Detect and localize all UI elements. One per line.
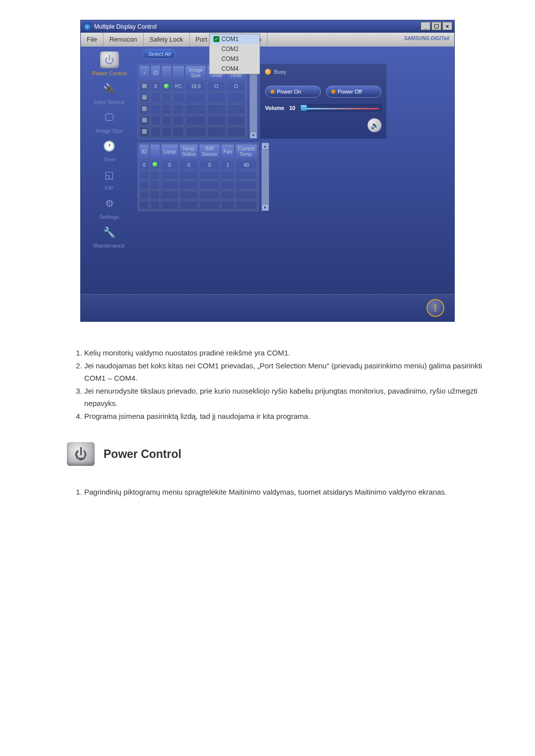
checkbox[interactable] [142, 117, 147, 123]
col-id: ID [151, 65, 160, 80]
port-item-com3[interactable]: COM3 [210, 54, 260, 64]
table-row[interactable] [139, 115, 245, 126]
cell-input: PC [172, 81, 184, 92]
col-temp-status: Temp. Status [179, 144, 198, 159]
time-icon: 🕐 [100, 138, 119, 154]
table-row[interactable] [139, 181, 257, 190]
menubar: File Remocon Safety Lock Port Selection … [81, 33, 454, 47]
dot-icon [331, 90, 335, 94]
btn-label: Power Off [338, 89, 362, 95]
table-row[interactable]: 0 PC 16:9 O O [139, 81, 245, 92]
scroll-down-icon[interactable]: ▼ [262, 204, 269, 211]
sidebar-item-time[interactable]: 🕐 Time [83, 138, 135, 162]
bottom-bar: ! [81, 294, 454, 321]
list-item: Kelių monitorių valdymo nuostatos pradin… [84, 347, 495, 359]
list-item: Pagrindinių piktogramų meniu spragtelėki… [84, 486, 495, 499]
col-image-size: Image Size [185, 65, 206, 80]
sidebar-label: Input Source [94, 99, 124, 105]
table-row[interactable] [139, 104, 245, 114]
menu-safety-lock[interactable]: Safety Lock [144, 33, 190, 47]
power-on-button[interactable]: Power On [265, 86, 321, 98]
settings-icon: ⚙ [100, 195, 119, 212]
cell-current-temp: 49 [235, 160, 257, 170]
power-control-section-icon: ⏻ [67, 442, 95, 466]
scroll-up-icon[interactable]: ▲ [262, 143, 269, 150]
dot-icon [270, 90, 274, 94]
menu-file[interactable]: File [81, 33, 104, 47]
volume-slider[interactable] [300, 104, 381, 111]
section-header: ⏻ Power Control [67, 442, 495, 466]
sidebar-item-power-control[interactable]: ⏻ Power Control [83, 51, 135, 76]
cell-id: 0 [139, 160, 149, 170]
table-row[interactable] [139, 191, 257, 200]
table-row[interactable]: 0 0 0 0 1 49 [139, 160, 257, 170]
col-status [150, 144, 160, 159]
scroll-down-icon[interactable]: ▼ [250, 132, 257, 139]
cell-image-size: 16:9 [185, 81, 206, 92]
alert-icon: ! [427, 299, 444, 317]
port-item-com4[interactable]: COM4 [210, 64, 260, 74]
busy-dot-icon [265, 69, 271, 75]
busy-label: Busy [274, 69, 286, 75]
scrollbar-2[interactable]: ▲ ▼ [262, 143, 269, 211]
sensor-table: ID Lamp Temp. Status B/R Sensor Fan Curr… [138, 143, 259, 211]
check-icon: ✓ [214, 36, 219, 42]
volume-fill [301, 105, 307, 111]
window-controls: _ ▢ × [421, 22, 452, 30]
table-row[interactable] [139, 93, 245, 103]
select-all-bar: Select All [138, 47, 454, 61]
port-label: COM1 [221, 36, 239, 43]
cell-fan: 1 [221, 160, 234, 170]
table-row[interactable] [139, 171, 257, 180]
mute-button[interactable]: 🔊 [368, 118, 381, 132]
sidebar-item-settings[interactable]: ⚙ Settings [83, 195, 135, 220]
mute-row: 🔊 [265, 118, 381, 132]
sidebar: ⏻ Power Control 🔌 Input Source 🖵 Image S… [81, 47, 138, 294]
scrollbar-1[interactable]: ▲ ▼ [250, 64, 257, 139]
minimize-button[interactable]: _ [421, 22, 430, 30]
cell-on-timer: O [207, 81, 225, 92]
checkbox[interactable] [142, 129, 147, 134]
col-current-temp: Current Temp. [235, 144, 257, 159]
list-item: Programa įsimena pasirinktą lizdą, tad j… [84, 410, 495, 423]
col-lamp: Lamp [161, 144, 178, 159]
menu-remocon[interactable]: Remocon [104, 33, 144, 47]
sidebar-label: Time [103, 156, 115, 162]
sidebar-item-pip[interactable]: ◱ PIP [83, 166, 135, 191]
cell-temp-status: 0 [179, 160, 198, 170]
sidebar-item-image-size[interactable]: 🖵 Image Size [83, 109, 135, 134]
volume-row: Volume 10 [265, 104, 381, 111]
app-window: Multiple Display Control _ ▢ × File Remo… [80, 20, 455, 322]
select-all-button[interactable]: Select All [143, 49, 176, 59]
sidebar-label: Power Control [92, 70, 127, 76]
maintenance-icon: 🔧 [100, 224, 119, 241]
cell-off-timer: O [227, 81, 245, 92]
checkbox[interactable] [142, 83, 147, 89]
status-dot-icon [164, 84, 169, 89]
sidebar-item-input-source[interactable]: 🔌 Input Source [83, 80, 135, 105]
table-row[interactable] [139, 201, 257, 209]
col-check: ✓ [139, 65, 150, 80]
power-panel: Busy Power On Power Off Volume 10 [260, 64, 386, 139]
sidebar-label: Maintenance [94, 243, 125, 249]
checkbox[interactable] [142, 95, 147, 100]
port-item-com1[interactable]: ✓ COM1 [210, 34, 260, 44]
checkbox[interactable] [142, 106, 147, 111]
maximize-button[interactable]: ▢ [431, 22, 441, 30]
cell-bv-sensor: 0 [199, 160, 220, 170]
sidebar-label: Settings [100, 214, 119, 220]
image-size-icon: 🖵 [100, 109, 119, 126]
port-item-com2[interactable]: COM2 [210, 44, 260, 54]
cell-lamp: 0 [161, 160, 178, 170]
document-list-1: Kelių monitorių valdymo nuostatos pradin… [84, 347, 495, 422]
close-button[interactable]: × [442, 22, 452, 30]
port-label: COM4 [221, 65, 239, 72]
list-item: Jei nenurodysite tikslaus prievado, prie… [84, 385, 495, 410]
power-buttons: Power On Power Off [265, 86, 381, 98]
main-area: Select All ✓ ID Image Size On [138, 47, 454, 294]
power-off-button[interactable]: Power Off [326, 86, 382, 98]
sidebar-item-maintenance[interactable]: 🔧 Maintenance [83, 224, 135, 249]
col-status [161, 65, 171, 80]
volume-track [307, 108, 379, 109]
table-row[interactable] [139, 127, 245, 137]
